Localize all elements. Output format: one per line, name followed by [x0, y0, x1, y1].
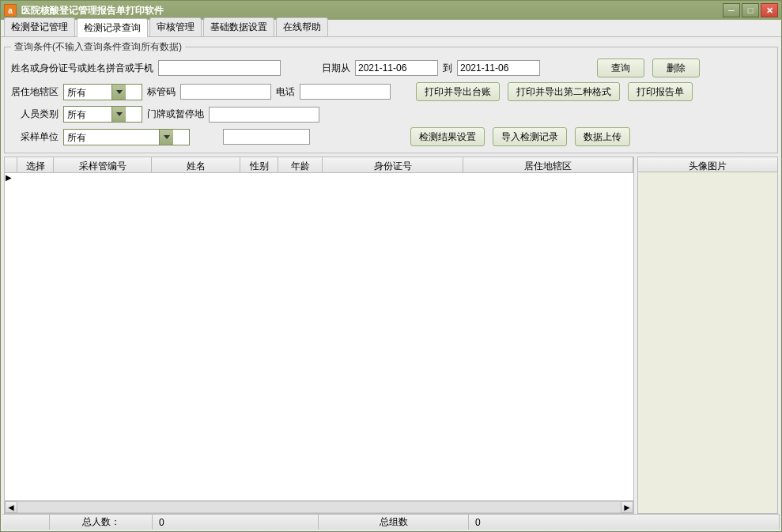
filter-row-1: 姓名或身份证号或姓名拼音或手机 日期从 到 查询 删除: [11, 58, 771, 77]
total-groups-value: 0: [469, 515, 780, 530]
name-input[interactable]: [158, 60, 281, 76]
unit-label: 采样单位: [21, 130, 59, 144]
row-indicator-icon: ▶: [6, 173, 13, 182]
barcode-label: 标管码: [147, 85, 176, 99]
delete-button[interactable]: 删除: [652, 58, 700, 77]
name-label: 姓名或身份证号或姓名拼音或手机: [11, 62, 153, 75]
h-scrollbar[interactable]: ◄ ►: [5, 500, 633, 513]
main-tabs: 检测登记管理 检测记录查询 审核管理 基础数据设置 在线帮助: [1, 20, 781, 37]
export-ledger-button[interactable]: 打印并导出台账: [416, 82, 500, 101]
phone-input[interactable]: [300, 84, 391, 100]
titlebar: a 医院核酸登记管理报告单打印软件 ─ □ ✕: [1, 1, 781, 20]
region-value: 所有: [64, 85, 111, 100]
maximize-button[interactable]: □: [742, 3, 759, 17]
address-label: 门牌或暂停地: [147, 108, 204, 121]
minimize-button[interactable]: ─: [723, 3, 740, 17]
barcode-input[interactable]: [180, 84, 271, 100]
print-report-button[interactable]: 打印报告单: [628, 82, 693, 101]
app-window: a 医院核酸登记管理报告单打印软件 ─ □ ✕ 检测登记管理 检测记录查询 审核…: [0, 0, 782, 532]
extra-input[interactable]: [223, 129, 310, 145]
col-name[interactable]: 姓名: [152, 157, 240, 172]
statusbar: 总人数： 0 总组数 0: [2, 514, 780, 530]
filter-row-4: 采样单位 所有 检测结果设置 导入检测记录 数据上传: [11, 127, 771, 146]
tab-register-mgmt[interactable]: 检测登记管理: [4, 17, 75, 36]
status-cell-empty: [2, 515, 50, 530]
filter-fieldset: 查询条件(不输入查询条件查询所有数据) 姓名或身份证号或姓名拼音或手机 日期从 …: [4, 40, 778, 153]
address-input[interactable]: [209, 107, 319, 123]
date-from-input[interactable]: [355, 60, 438, 76]
total-people-value: 0: [153, 515, 319, 530]
content-area: 查询条件(不输入查询条件查询所有数据) 姓名或身份证号或姓名拼音或手机 日期从 …: [1, 37, 781, 531]
col-select[interactable]: 选择: [17, 157, 54, 172]
query-button[interactable]: 查询: [597, 58, 644, 77]
col-gender[interactable]: 性别: [240, 157, 278, 172]
result-setting-button[interactable]: 检测结果设置: [410, 127, 485, 146]
filter-legend: 查询条件(不输入查询条件查询所有数据): [11, 40, 185, 54]
filter-row-2: 居住地辖区 所有 标管码 电话 打印并导出台账 打印并导出第二种格式 打印报告单: [11, 82, 771, 101]
phone-label: 电话: [276, 85, 295, 99]
total-people-label: 总人数：: [50, 515, 153, 530]
main-area: 选择 采样管编号 姓名 性别 年龄 身份证号 居住地辖区 ▶ ◄ ►: [4, 157, 778, 514]
grid-body[interactable]: ▶: [5, 173, 633, 500]
scroll-track[interactable]: [17, 501, 621, 513]
chevron-down-icon[interactable]: [159, 130, 173, 145]
window-controls: ─ □ ✕: [723, 3, 778, 17]
region-combo[interactable]: 所有: [63, 84, 142, 100]
person-type-combo[interactable]: 所有: [63, 106, 142, 123]
unit-value: 所有: [64, 130, 159, 145]
date-to-label: 到: [443, 62, 452, 75]
filter-row-3: 人员类别 所有 门牌或暂停地: [11, 106, 771, 123]
data-grid: 选择 采样管编号 姓名 性别 年龄 身份证号 居住地辖区 ▶ ◄ ►: [4, 157, 634, 514]
avatar-image-box: [637, 172, 778, 514]
data-upload-button[interactable]: 数据上传: [575, 127, 630, 146]
import-record-button[interactable]: 导入检测记录: [493, 127, 567, 146]
scroll-left-icon[interactable]: ◄: [5, 501, 17, 513]
col-region[interactable]: 居住地辖区: [463, 157, 633, 172]
app-icon: a: [4, 4, 17, 17]
tab-record-query[interactable]: 检测记录查询: [77, 18, 148, 37]
col-tube[interactable]: 采样管编号: [54, 157, 152, 172]
region-label: 居住地辖区: [11, 85, 59, 99]
export-format2-button[interactable]: 打印并导出第二种格式: [508, 82, 620, 101]
date-to-input[interactable]: [457, 60, 540, 76]
person-type-label: 人员类别: [21, 108, 59, 121]
unit-combo[interactable]: 所有: [63, 129, 190, 145]
total-groups-label: 总组数: [319, 515, 469, 530]
col-indicator[interactable]: [5, 157, 17, 172]
date-from-label: 日期从: [322, 62, 350, 75]
col-age[interactable]: 年龄: [278, 157, 323, 172]
side-header: 头像图片: [637, 157, 778, 172]
chevron-down-icon[interactable]: [111, 107, 126, 122]
col-id[interactable]: 身份证号: [323, 157, 463, 172]
tab-basic-data[interactable]: 基础数据设置: [203, 17, 274, 36]
side-panel: 头像图片: [637, 157, 778, 514]
tab-help[interactable]: 在线帮助: [276, 17, 328, 36]
person-type-value: 所有: [64, 107, 111, 122]
grid-header: 选择 采样管编号 姓名 性别 年龄 身份证号 居住地辖区: [5, 157, 633, 173]
tab-audit[interactable]: 审核管理: [149, 17, 202, 36]
window-title: 医院核酸登记管理报告单打印软件: [21, 4, 723, 17]
scroll-right-icon[interactable]: ►: [621, 501, 633, 513]
close-button[interactable]: ✕: [761, 3, 778, 17]
chevron-down-icon[interactable]: [111, 85, 126, 100]
